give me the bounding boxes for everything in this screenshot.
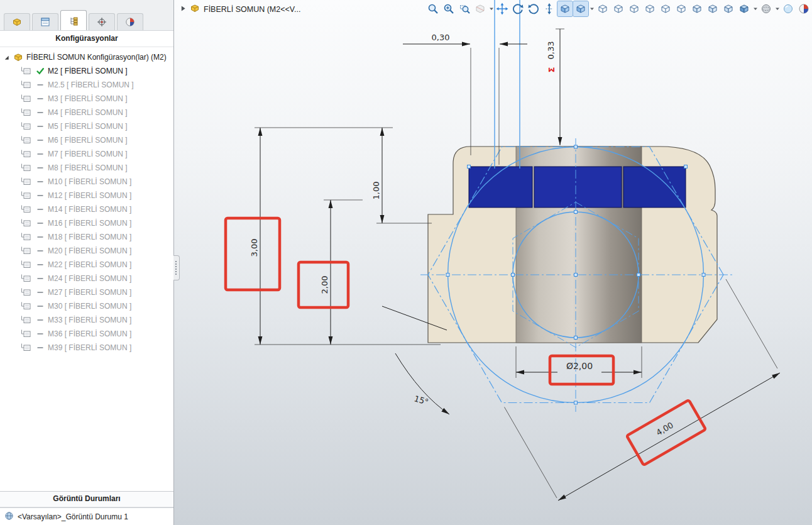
- display-state-row[interactable]: <Varsayılan>_Görüntü Durumu 1: [0, 507, 173, 525]
- config-item-label: M33 [ FİBERLİ SOMUN ]: [48, 316, 131, 324]
- propertymanager-tab[interactable]: [32, 13, 58, 30]
- section-view-caret-icon[interactable]: [488, 1, 494, 16]
- normal-to-icon[interactable]: [573, 1, 588, 16]
- inactive-dash-icon: [36, 302, 45, 311]
- configuration-icon: [20, 205, 33, 214]
- inactive-dash-icon: [36, 122, 45, 131]
- config-item-label: M39 [ FİBERLİ SOMUN ]: [48, 343, 131, 352]
- config-item-m7[interactable]: M7 [ FİBERLİ SOMUN ]: [0, 147, 173, 161]
- rotate-view-icon[interactable]: [510, 1, 525, 16]
- graphics-area[interactable]: 0,30 0,33 Σ 1,00 3,00 2,00 Ø2,00 4,00 15…: [174, 0, 812, 525]
- config-item-m22[interactable]: M22 [ FİBERLİ SOMUN ]: [0, 258, 173, 272]
- config-item-m20[interactable]: M20 [ FİBERLİ SOMUN ]: [0, 244, 173, 258]
- 3d-drawing-view-icon[interactable]: [542, 1, 557, 16]
- view-orientation-icon[interactable]: [557, 1, 573, 16]
- config-item-m6[interactable]: M6 [ FİBERLİ SOMUN ]: [0, 133, 173, 147]
- section-view-icon[interactable]: [473, 1, 488, 16]
- inactive-dash-icon: [36, 343, 45, 352]
- configuration-icon: [20, 136, 33, 145]
- zoom-to-fit-icon[interactable]: [425, 1, 441, 16]
- dim-3-00[interactable]: 3,00: [250, 239, 259, 257]
- config-item-m2[interactable]: M2 [ FİBERLİ SOMUN ]: [0, 64, 173, 78]
- configuration-icon: [20, 233, 33, 241]
- display-state-label: <Varsayılan>_Görüntü Durumu 1: [18, 512, 128, 521]
- config-item-m5[interactable]: M5 [ FİBERLİ SOMUN ]: [0, 119, 173, 133]
- dim-dia-2-00[interactable]: Ø2,00: [566, 361, 593, 371]
- inactive-dash-icon: [36, 150, 45, 158]
- front-view-icon[interactable]: [595, 1, 610, 16]
- config-item-m4[interactable]: M4 [ FİBERLİ SOMUN ]: [0, 106, 173, 119]
- hide-show-items-icon[interactable]: [759, 1, 774, 16]
- config-item-m33[interactable]: M33 [ FİBERLİ SOMUN ]: [0, 313, 173, 327]
- configuration-icon: [20, 163, 33, 172]
- part-icon: [13, 52, 23, 62]
- featuremanager-tab[interactable]: [4, 13, 30, 30]
- config-item-label: M20 [ FİBERLİ SOMUN ]: [48, 246, 131, 255]
- config-item-m27[interactable]: M27 [ FİBERLİ SOMUN ]: [0, 285, 173, 299]
- breadcrumb[interactable]: FİBERLİ SOMUN (M2<<V...: [180, 3, 300, 15]
- config-item-m2-5[interactable]: M2.5 [ FİBERLİ SOMUN ]: [0, 78, 173, 92]
- panel-splitter-handle[interactable]: [173, 255, 180, 280]
- dim-0-30[interactable]: 0,30: [432, 33, 450, 42]
- configuration-icon: [20, 150, 33, 158]
- back-view-icon[interactable]: [611, 1, 626, 16]
- normal-to-caret-icon[interactable]: [589, 1, 595, 16]
- breadcrumb-label: FİBERLİ SOMUN (M2<<V...: [204, 5, 300, 14]
- view-settings-icon[interactable]: [796, 1, 811, 16]
- graphics-viewport[interactable]: 0,30 0,33 Σ 1,00 3,00 2,00 Ø2,00 4,00 15…: [174, 0, 812, 525]
- display-style-caret-icon[interactable]: [752, 1, 758, 16]
- sketch-drag-handle-icon[interactable]: [495, 1, 510, 16]
- config-item-m8[interactable]: M8 [ FİBERLİ SOMUN ]: [0, 161, 173, 175]
- right-view-icon[interactable]: [642, 1, 657, 16]
- inactive-dash-icon: [36, 108, 45, 117]
- config-item-m36[interactable]: M36 [ FİBERLİ SOMUN ]: [0, 327, 173, 341]
- sigma-equation-flag: Σ: [547, 67, 556, 73]
- config-item-m14[interactable]: M14 [ FİBERLİ SOMUN ]: [0, 202, 173, 216]
- config-item-m10[interactable]: M10 [ FİBERLİ SOMUN ]: [0, 175, 173, 189]
- config-root-row[interactable]: FİBERLİ SOMUN Konfigürasyon(lar) (M2): [0, 50, 173, 64]
- hide-show-items-caret-icon[interactable]: [774, 1, 780, 16]
- trimetric-view-icon[interactable]: [721, 1, 736, 16]
- config-item-label: M6 [ FİBERLİ SOMUN ]: [48, 136, 128, 145]
- zoom-to-area-icon[interactable]: [441, 1, 456, 16]
- display-style-icon[interactable]: [737, 1, 752, 16]
- apply-scene-icon[interactable]: [781, 1, 796, 16]
- config-item-label: M18 [ FİBERLİ SOMUN ]: [48, 233, 131, 241]
- configuration-icon: [20, 122, 33, 131]
- config-item-m39[interactable]: M39 [ FİBERLİ SOMUN ]: [0, 341, 173, 355]
- roll-view-icon[interactable]: [526, 1, 541, 16]
- displaymanager-tab[interactable]: [117, 13, 143, 30]
- inactive-dash-icon: [36, 246, 45, 255]
- inactive-dash-icon: [36, 136, 45, 145]
- config-item-label: M27 [ FİBERLİ SOMUN ]: [48, 288, 131, 297]
- configurationmanager-tab[interactable]: [60, 10, 87, 30]
- config-item-m30[interactable]: M30 [ FİBERLİ SOMUN ]: [0, 299, 173, 313]
- config-item-label: M2 [ FİBERLİ SOMUN ]: [48, 67, 128, 75]
- config-item-m24[interactable]: M24 [ FİBERLİ SOMUN ]: [0, 272, 173, 285]
- dim-0-33[interactable]: 0,33: [546, 41, 556, 60]
- display-states-header: Görüntü Durumları: [0, 491, 173, 507]
- display-ball-icon: [125, 17, 135, 27]
- display-state-icon: [4, 511, 14, 522]
- inactive-dash-icon: [36, 177, 45, 186]
- config-item-label: M30 [ FİBERLİ SOMUN ]: [48, 302, 131, 311]
- dimetric-view-icon[interactable]: [705, 1, 720, 16]
- flyout-tree-arrow-icon[interactable]: [180, 5, 186, 14]
- config-item-m3[interactable]: M3 [ FİBERLİ SOMUN ]: [0, 92, 173, 106]
- isometric-view-icon[interactable]: [689, 1, 705, 16]
- dimxpertmanager-tab[interactable]: [89, 13, 115, 30]
- config-item-m16[interactable]: M16 [ FİBERLİ SOMUN ]: [0, 216, 173, 230]
- dim-2-00[interactable]: 2,00: [320, 276, 329, 294]
- config-item-label: M2.5 [ FİBERLİ SOMUN ]: [48, 80, 134, 89]
- previous-view-icon[interactable]: [457, 1, 472, 16]
- bottom-view-icon[interactable]: [674, 1, 689, 16]
- top-view-icon[interactable]: [658, 1, 673, 16]
- config-item-label: M10 [ FİBERLİ SOMUN ]: [48, 177, 131, 186]
- config-item-m12[interactable]: M12 [ FİBERLİ SOMUN ]: [0, 189, 173, 202]
- config-item-label: M22 [ FİBERLİ SOMUN ]: [48, 260, 131, 269]
- dim-1-00[interactable]: 1,00: [371, 182, 381, 200]
- config-item-m18[interactable]: M18 [ FİBERLİ SOMUN ]: [0, 230, 173, 244]
- expand-arrow-icon[interactable]: [3, 54, 10, 61]
- left-view-icon[interactable]: [627, 1, 642, 16]
- configuration-manager-panel: Konfigürasyonlar FİBERLİ SOMUN Konfigüra…: [0, 0, 174, 525]
